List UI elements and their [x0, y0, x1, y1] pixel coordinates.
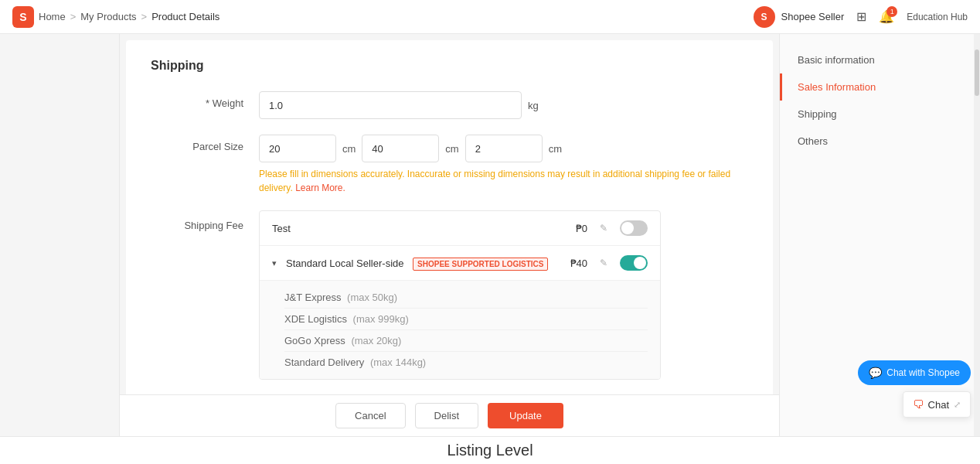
left-sidebar — [0, 34, 120, 464]
parcel-height-unit: cm — [549, 143, 562, 155]
sub-logistics: J&T Express (max 50kg) XDE Logistics (ma… — [260, 281, 660, 379]
seller-name: Shopee Seller — [781, 11, 845, 22]
shopee-supported-badge: SHOPEE SUPPORTED LOGISTICS — [413, 258, 548, 271]
shipping-row-standard: ▾ Standard Local Seller-side SHOPEE SUPP… — [260, 246, 660, 281]
notifications-button[interactable]: 🔔 1 — [879, 9, 894, 24]
logistics-standard-delivery: Standard Delivery (max 144kg) — [284, 352, 648, 373]
nav-left: S Home > My Products > Product Details — [12, 6, 219, 28]
apps-button[interactable]: ⊞ — [856, 9, 866, 24]
chat-bar-icon: 🗨 — [913, 398, 924, 411]
weight-input-wrap: kg — [259, 91, 748, 119]
parcel-controls: cm cm cm Please fill in dimensions accur… — [259, 135, 748, 195]
shipping-name-test: Test — [272, 223, 570, 234]
right-panel: Basic information Sales Information Ship… — [779, 34, 980, 464]
education-hub-link[interactable]: Education Hub — [907, 12, 968, 22]
right-scrollbar-thumb[interactable] — [975, 49, 979, 96]
chevron-icon[interactable]: ▾ — [272, 258, 277, 268]
notification-badge: 1 — [886, 6, 897, 17]
cancel-button[interactable]: Cancel — [335, 403, 405, 428]
parcel-warning: Please fill in dimensions accurately. In… — [259, 167, 748, 195]
parcel-size-row: Parcel Size cm cm cm Please fill in dime… — [151, 135, 748, 195]
parcel-length-input[interactable] — [259, 135, 336, 162]
seller-logo: S — [754, 6, 775, 28]
nav-basic-information[interactable]: Basic information — [780, 46, 980, 73]
parcel-height-input[interactable] — [465, 135, 543, 162]
weight-input[interactable] — [259, 91, 522, 119]
parcel-inputs: cm cm cm — [259, 135, 748, 162]
nav-others[interactable]: Others — [780, 128, 980, 155]
weight-unit: kg — [528, 100, 539, 111]
chat-widget: 💬 Chat with Shopee 🗨 Chat ⤢ — [858, 360, 971, 418]
logistics-gogo: GoGo Xpress (max 20kg) — [284, 330, 648, 352]
shipping-price-standard: ₱40 — [570, 258, 587, 269]
shipping-fee-row: Shipping Fee Test ₱0 ✎ ▾ Standard Local — [151, 210, 748, 380]
weight-row: * Weight kg — [151, 91, 748, 119]
shopee-logo: S — [12, 6, 34, 28]
section-title: Shipping — [151, 59, 748, 73]
footer-bar: Cancel Delist Update — [120, 394, 779, 436]
chat-with-shopee-button[interactable]: 💬 Chat with Shopee — [858, 360, 971, 385]
chat-bar[interactable]: 🗨 Chat ⤢ — [903, 391, 971, 418]
delist-button[interactable]: Delist — [415, 403, 479, 428]
breadcrumb-sep2: > — [141, 11, 148, 22]
logistics-jnt: J&T Express (max 50kg) — [284, 287, 648, 309]
weight-controls: kg — [259, 91, 748, 119]
learn-more-link[interactable]: Learn More. — [295, 183, 345, 193]
edit-icon-test[interactable]: ✎ — [600, 223, 607, 234]
breadcrumb-my-products[interactable]: My Products — [80, 11, 136, 22]
chat-shopee-icon: 💬 — [869, 367, 882, 379]
expand-chat-icon: ⤢ — [954, 400, 961, 410]
right-scrollbar — [974, 34, 980, 464]
shipping-name-standard: Standard Local Seller-side SHOPEE SUPPOR… — [286, 258, 564, 269]
shipping-row-test: Test ₱0 ✎ — [260, 211, 660, 246]
update-button[interactable]: Update — [488, 403, 563, 428]
logistics-xde: XDE Logistics (max 999kg) — [284, 309, 648, 330]
toggle-standard[interactable] — [620, 255, 648, 271]
shipping-fee-label: Shipping Fee — [151, 210, 259, 231]
breadcrumb-current: Product Details — [151, 11, 219, 22]
top-navigation: S Home > My Products > Product Details S… — [0, 0, 980, 34]
edit-icon-standard[interactable]: ✎ — [600, 258, 607, 268]
shipping-box: Test ₱0 ✎ ▾ Standard Local Seller-side S… — [259, 210, 661, 380]
parcel-size-label: Parcel Size — [151, 135, 259, 152]
breadcrumb: Home > My Products > Product Details — [39, 11, 219, 22]
nav-shipping[interactable]: Shipping — [780, 101, 980, 128]
shipping-fee-controls: Test ₱0 ✎ ▾ Standard Local Seller-side S… — [259, 210, 748, 380]
nav-sales-information[interactable]: Sales Information — [780, 73, 980, 101]
breadcrumb-home[interactable]: Home — [39, 11, 66, 22]
shipping-price-test: ₱0 — [576, 223, 587, 234]
nav-right: S Shopee Seller ⊞ 🔔 1 Education Hub — [754, 6, 968, 28]
seller-brand: S Shopee Seller — [754, 6, 845, 28]
listing-level-bar: Listing Level — [0, 436, 980, 464]
toggle-test[interactable] — [620, 220, 648, 236]
parcel-length-unit: cm — [342, 143, 356, 155]
breadcrumb-sep1: > — [70, 11, 77, 22]
parcel-width-input[interactable] — [362, 135, 439, 162]
parcel-width-unit: cm — [445, 143, 458, 155]
weight-label: * Weight — [151, 91, 259, 109]
